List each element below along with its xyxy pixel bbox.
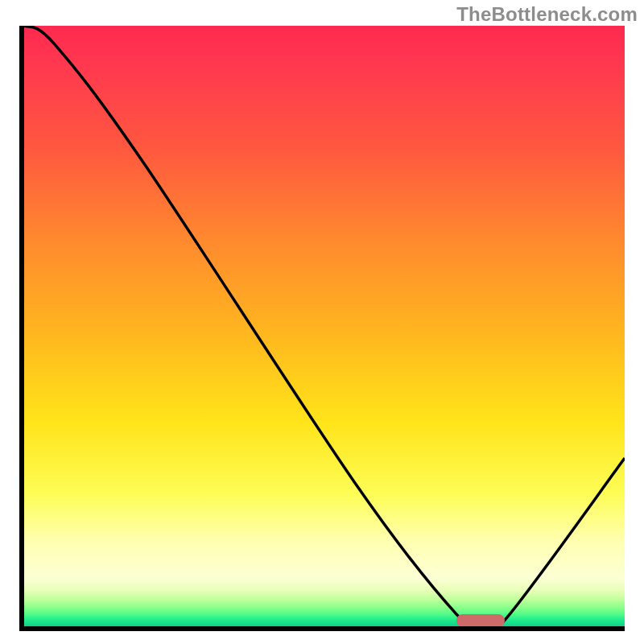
curve-path (24, 26, 625, 626)
optimum-marker (456, 614, 505, 627)
bottleneck-curve (24, 26, 625, 626)
watermark-text: TheBottleneck.com (456, 3, 638, 26)
chart-plot-area (19, 26, 625, 631)
